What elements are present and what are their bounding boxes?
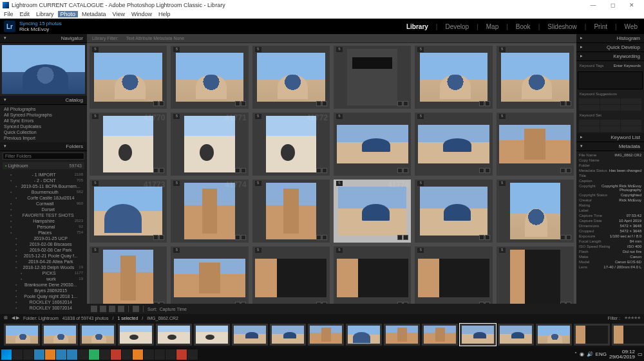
menu-edit[interactable]: Edit	[17, 11, 33, 17]
grid-cell[interactable]: 5	[171, 46, 248, 109]
folder-item[interactable]: 2019-02-08 Biscases	[3, 241, 84, 247]
folder-item[interactable]: Corfe Castle 18Jul2014	[3, 195, 84, 201]
taskbar-app[interactable]	[166, 349, 176, 360]
grid-cell[interactable]: 5	[497, 180, 574, 243]
taskbar-app[interactable]	[176, 349, 187, 360]
grid-cell[interactable]: 541776	[334, 180, 411, 243]
metadata-row[interactable]: CreatorRick McEvoy	[579, 198, 641, 203]
metadata-row[interactable]: File NameIMG_0862.CR2	[579, 153, 641, 158]
menu-view[interactable]: View	[110, 11, 128, 17]
compare-view-icon[interactable]	[109, 306, 115, 312]
catalog-item[interactable]: Synced Duplicates	[3, 124, 84, 129]
folder-item[interactable]: FAVORITE TEST SHOTS	[3, 212, 84, 218]
grid-cell[interactable]: 5	[415, 180, 492, 243]
metadata-row[interactable]: Cropped5472 × 3648	[579, 228, 641, 234]
grid-cell[interactable]: 541772	[252, 113, 330, 176]
grid-cell[interactable]: 541773	[90, 180, 167, 243]
grid-cell[interactable]: 5	[171, 246, 248, 304]
metadata-row[interactable]: Lens17-40 / 200mm f/4.0 L	[579, 264, 641, 270]
folder-item[interactable]: 2019-01-25 UCP	[3, 236, 84, 241]
metadata-row[interactable]: FlashDid not fire	[579, 249, 641, 254]
filmstrip-thumb[interactable]	[536, 324, 572, 346]
filmstrip-thumb[interactable]	[422, 324, 458, 346]
tray-language[interactable]: ENG	[596, 351, 607, 357]
metadata-row[interactable]: Label	[579, 208, 641, 213]
folder-item[interactable]: Personal92	[3, 224, 84, 230]
filmstrip-thumb[interactable]	[80, 324, 116, 346]
taskbar-app[interactable]	[144, 349, 154, 360]
folder-item[interactable]: Places754	[3, 230, 84, 236]
start-button[interactable]	[1, 349, 12, 360]
metadata-row[interactable]: Folder	[579, 163, 641, 168]
menu-metadata[interactable]: Metadata	[79, 11, 109, 17]
metadata-row[interactable]: ISO Speed RatingISO 400	[579, 244, 641, 249]
menu-file[interactable]: File	[1, 11, 16, 17]
filmstrip-thumb[interactable]	[574, 324, 610, 346]
taskbar-app[interactable]	[34, 349, 44, 360]
metadata-row[interactable]: Capture Date10 April 2019	[579, 218, 641, 223]
folder-item[interactable]: Bryes 28092015	[3, 288, 84, 293]
tray-date[interactable]: 29/04/2019	[609, 355, 635, 360]
catalog-item[interactable]: All Photographs	[3, 106, 84, 112]
taskbar-app[interactable]	[78, 349, 88, 360]
navigator-header[interactable]: Navigator	[0, 34, 87, 43]
grid-cell[interactable]: 5	[252, 246, 330, 304]
grid-cell[interactable]: 5	[90, 46, 167, 109]
metadata-row[interactable]: CopyrightCopyright Rick McEvoy Photograp…	[579, 183, 641, 192]
folder-item[interactable]: 2019-02-08 Car Park	[3, 247, 84, 253]
folder-item[interactable]: Poole Quay night 2018 1...	[3, 293, 84, 299]
catalog-item[interactable]: All Sync Errors	[3, 118, 84, 124]
folder-item[interactable]: 2019-04-26 Altea Park	[3, 259, 84, 264]
keyword-suggestion[interactable]	[579, 98, 600, 104]
folder-item[interactable]: Bournemouth582	[3, 189, 84, 195]
grid-cell[interactable]: 5	[252, 46, 330, 109]
folder-item[interactable]: 2019-05-11 BCPA Bournem...	[3, 183, 84, 189]
catalog-item[interactable]: Quick Collection	[3, 129, 84, 135]
notification-icon[interactable]: ▭	[638, 351, 643, 357]
filmstrip-thumb[interactable]	[612, 324, 644, 346]
filmstrip-thumb[interactable]	[346, 324, 382, 346]
catalog-item[interactable]: Previous Import	[3, 135, 84, 141]
metadata-row[interactable]: ModelCanon EOS 6D	[579, 259, 641, 264]
histogram-header[interactable]: Histogram	[576, 34, 644, 43]
folder-item[interactable]: 2015-12-21 Poole Quay f...	[3, 253, 84, 259]
folder-item[interactable]: ROCKLEY 30072014	[3, 305, 84, 311]
filmstrip-nav-arrows[interactable]: ◀ ▶	[12, 315, 19, 320]
module-web[interactable]: Web	[622, 23, 640, 30]
module-slideshow[interactable]: Slideshow	[545, 23, 580, 30]
catalog-item[interactable]: All Synced Photographs	[3, 112, 84, 118]
taskbar-app[interactable]	[100, 349, 110, 360]
metadata-row[interactable]: Copy Name	[579, 158, 641, 163]
module-map[interactable]: Map	[484, 23, 501, 30]
taskbar-app[interactable]	[187, 349, 198, 360]
taskbar-app[interactable]	[111, 349, 121, 360]
filmstrip-thumb[interactable]	[156, 324, 192, 346]
folder-item[interactable]: 2018-12-30 Delph Woods19	[3, 264, 84, 270]
metadata-row[interactable]: Metadata StatusHas been changed	[579, 168, 641, 173]
folder-item[interactable]: Branksome Dene 29030...	[3, 282, 84, 288]
grid-cell[interactable]: 5	[90, 246, 167, 304]
sort-dropdown[interactable]: Capture Time	[160, 307, 187, 311]
task-view-icon[interactable]	[23, 349, 33, 360]
grid-cell[interactable]: 5	[415, 113, 492, 176]
grid-cell[interactable]: 5	[415, 46, 492, 109]
tray-network-icon[interactable]: ◉	[580, 351, 584, 357]
sync-status[interactable]: Syncing 15 photos	[19, 21, 62, 26]
filmstrip-thumb[interactable]	[498, 324, 534, 346]
quick-develop-header[interactable]: Quick Develop	[576, 43, 644, 52]
menu-help[interactable]: Help	[156, 11, 173, 17]
filmstrip-thumb[interactable]	[118, 324, 154, 346]
thumbnail-grid[interactable]: 5555555417705417715417725555417735417745…	[87, 43, 576, 304]
grid-cell[interactable]: 5	[334, 46, 411, 109]
folder-item[interactable]: Dorset	[3, 207, 84, 212]
folder-item[interactable]: - 1 IMPORT2198	[3, 172, 84, 178]
taskbar-app[interactable]	[89, 349, 99, 360]
taskbar-app[interactable]	[155, 349, 165, 360]
grid-cell[interactable]: 5	[497, 113, 574, 176]
metadata-row[interactable]: Focal Length84 mm	[579, 239, 641, 244]
filter-stars[interactable]: ★★★★★	[624, 315, 640, 320]
folder-item[interactable]: ROCKLEY 16062014	[3, 299, 84, 305]
folder-filter-input[interactable]	[3, 153, 84, 160]
grid-view-icon[interactable]	[91, 306, 97, 312]
loupe-view-icon[interactable]	[100, 306, 106, 312]
